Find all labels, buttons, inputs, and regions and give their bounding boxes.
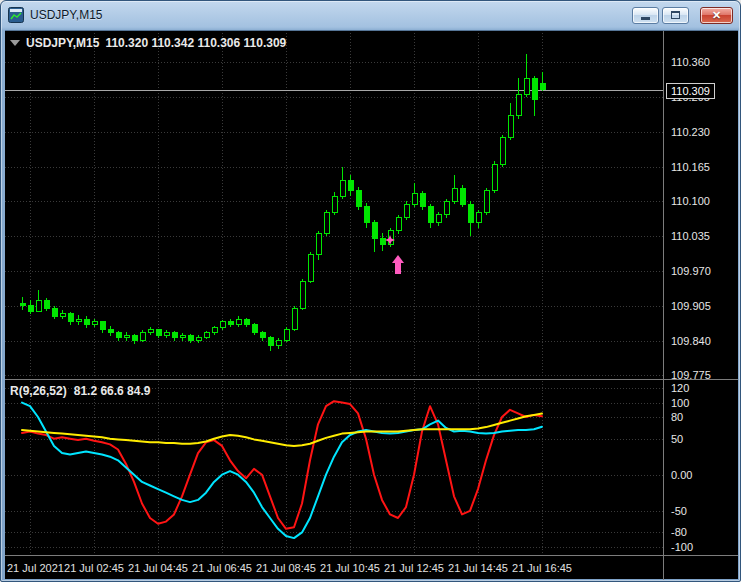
candle-body [148,330,153,333]
time-axis-label: 21 Jul 02:45 [64,562,124,574]
candle-body [92,322,97,325]
candle-body [36,300,41,311]
candle-body [276,341,281,346]
candle [244,318,249,327]
candle [284,327,289,341]
candle-body [268,338,273,346]
candle [428,204,433,228]
candle [540,72,545,91]
candle-body [212,327,217,332]
candle-body [516,95,521,116]
candle-body [196,338,201,341]
candle [372,220,377,252]
price-axis[interactable]: 110.309 110.360110.295110.230110.165110.… [664,31,738,580]
candle-body [380,239,385,244]
candle [156,329,161,338]
panel-divider[interactable] [5,379,738,380]
candle [524,54,529,97]
price-axis-label: 109.840 [671,335,711,347]
candle-body [220,322,225,327]
candle [28,300,33,313]
candle [220,320,225,330]
indicator-axis-label: 80 [671,411,683,423]
candle [52,306,57,319]
chart-menu-icon[interactable] [10,40,20,46]
candle [108,326,113,337]
candle [364,203,369,229]
candle [324,210,329,237]
candle [252,323,257,335]
candle [404,201,409,220]
candle-body [204,333,209,338]
indicator-axis-label: 120 [671,382,689,394]
candle [100,321,105,333]
candle-body [436,215,441,223]
candle [468,201,473,236]
time-axis[interactable]: 21 Jul 202121 Jul 02:4521 Jul 04:4521 Ju… [5,556,663,580]
candle [60,310,65,320]
candle-body [100,322,105,330]
candle-body [364,207,369,223]
price-axis-label: 110.035 [671,230,710,242]
app-chart-icon[interactable] [8,7,24,23]
candle-body [132,335,137,340]
candle [36,290,41,312]
candle [148,327,153,335]
price-axis-label: 109.905 [671,300,711,312]
indicator-axis-label: 0.00 [671,469,692,481]
current-price-badge: 110.309 [666,83,715,100]
candle [132,334,137,344]
candle [348,175,353,196]
indicator-axis-label: -100 [671,541,693,553]
candle-body [188,335,193,340]
candle-body [532,78,537,99]
candle-body [332,196,337,212]
candle-body [180,335,185,338]
candle-body [228,322,233,325]
candle-body [68,314,73,322]
titlebar[interactable]: USDJPY,M15 ✕ [1,1,740,29]
candle-body [172,333,177,338]
candle-body [444,201,449,214]
candle-body [428,207,433,223]
chart-symbol-period: USDJPY,M15 [26,36,99,50]
candle-body [356,191,361,207]
main-chart-canvas[interactable] [5,33,663,379]
candle [444,199,449,218]
candle [460,185,465,206]
price-axis-label: 110.230 [671,126,710,138]
candle-body [540,84,545,90]
candle [172,331,177,340]
minimize-button[interactable] [632,7,659,24]
time-axis-label: 21 Jul 10:45 [320,562,380,574]
indicator-header: R(9,26,52) 81.2 66.6 84.9 [10,384,150,398]
maximize-button[interactable] [662,7,689,24]
chart-client-area: USDJPY,M15 110.320 110.342 110.306 110.3… [5,30,738,579]
candle [508,103,513,140]
window-controls: ✕ [632,7,733,24]
candle [300,279,305,309]
indicator-canvas[interactable] [5,381,663,554]
candle [356,187,361,210]
candle [308,252,313,282]
candle [124,332,129,341]
time-axis-label: 21 Jul 06:45 [192,562,252,574]
indicator-name: R(9,26,52) [10,384,67,398]
close-icon: ✕ [712,10,721,21]
candle [532,76,537,116]
candle-body [140,333,145,341]
candle [476,210,481,229]
candle-body [300,282,305,309]
candle-body [484,191,489,212]
maximize-icon [671,11,680,19]
candle [340,167,345,199]
candle-body [292,308,297,329]
candle-body [156,330,161,335]
candle-body [260,333,265,338]
candle [452,175,457,204]
indicator-axis-label: -50 [671,505,687,517]
candle-body [236,319,241,324]
close-button[interactable]: ✕ [700,7,733,24]
candle [92,319,97,327]
candle [484,188,489,215]
